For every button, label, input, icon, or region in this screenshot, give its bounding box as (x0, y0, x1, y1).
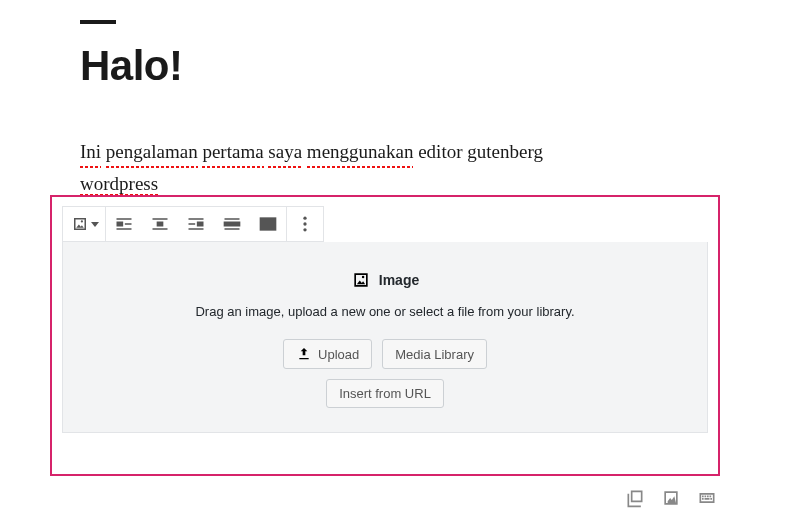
image-block: Image Drag an image, upload a new one or… (62, 206, 708, 433)
footer-keyboard-button[interactable] (695, 486, 719, 510)
svg-point-0 (303, 217, 306, 220)
insert-from-url-button-label: Insert from URL (339, 386, 431, 401)
insert-from-url-button[interactable]: Insert from URL (326, 379, 444, 408)
align-left-button[interactable] (106, 207, 142, 241)
word: menggunakan (307, 138, 414, 167)
align-right-icon (186, 214, 206, 234)
chevron-down-icon (91, 222, 99, 227)
paragraph-continuation[interactable]: wordpress (80, 173, 747, 195)
align-left-icon (114, 214, 134, 234)
gallery-icon (625, 488, 645, 508)
word: gutenberg (467, 141, 543, 162)
word: wordpress (80, 173, 158, 195)
footer-gallery-button[interactable] (623, 486, 647, 510)
block-type-switcher[interactable] (63, 207, 105, 241)
svg-point-2 (303, 228, 306, 231)
upload-button-label: Upload (318, 347, 359, 362)
more-vertical-icon (295, 214, 315, 234)
post-paragraph[interactable]: Ini pengalaman pertama saya menggunakan … (80, 138, 747, 167)
align-right-button[interactable] (178, 207, 214, 241)
image-placeholder[interactable]: Image Drag an image, upload a new one or… (62, 242, 708, 433)
block-toolbar (62, 206, 324, 242)
placeholder-buttons-row-2: Insert from URL (83, 379, 687, 408)
align-center-button[interactable] (142, 207, 178, 241)
keyboard-icon (696, 488, 718, 508)
upload-button[interactable]: Upload (283, 339, 372, 369)
image-icon (661, 488, 681, 508)
word: editor (418, 141, 462, 162)
upload-icon (296, 346, 312, 362)
image-icon (351, 270, 371, 290)
page-title[interactable]: Halo! (80, 42, 747, 90)
align-center-icon (150, 214, 170, 234)
align-wide-icon (222, 214, 242, 234)
placeholder-buttons-row: Upload Media Library (83, 339, 687, 369)
align-full-button[interactable] (250, 207, 286, 241)
svg-point-1 (303, 222, 306, 225)
media-library-button[interactable]: Media Library (382, 339, 487, 369)
footer-toolbar (623, 486, 719, 510)
word: pengalaman (106, 138, 198, 167)
align-full-icon (258, 214, 278, 234)
placeholder-instructions: Drag an image, upload a new one or selec… (83, 304, 687, 319)
word: pertama (202, 138, 263, 167)
footer-image-button[interactable] (659, 486, 683, 510)
placeholder-title-row: Image (83, 270, 687, 290)
media-library-button-label: Media Library (395, 347, 474, 362)
title-divider (80, 20, 116, 24)
word: saya (268, 138, 302, 167)
more-options-button[interactable] (287, 207, 323, 241)
placeholder-title: Image (379, 272, 419, 288)
image-icon (71, 215, 89, 233)
align-wide-button[interactable] (214, 207, 250, 241)
word: Ini (80, 138, 101, 167)
